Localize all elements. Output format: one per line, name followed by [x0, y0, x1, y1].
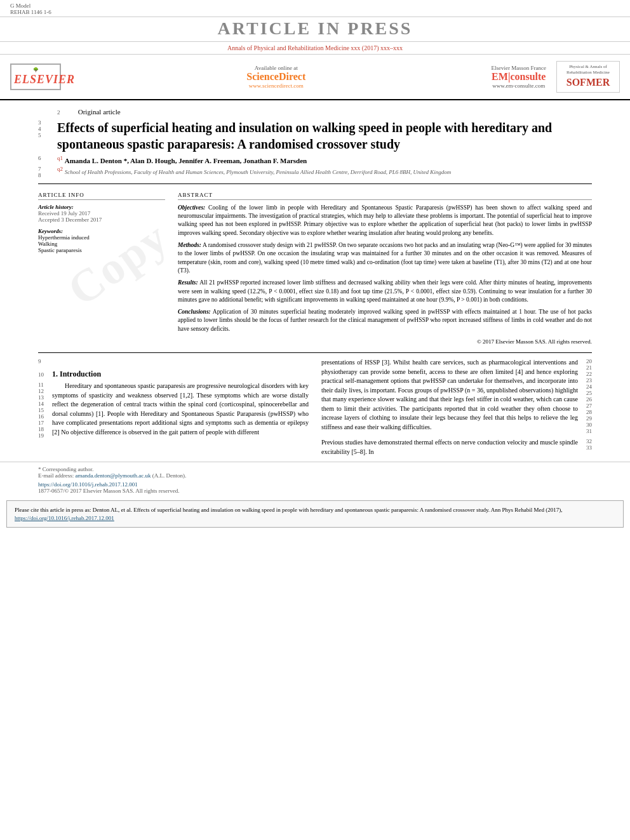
q1-label: q1 [57, 155, 63, 161]
article-info-col: ARTICLE INFO Article history: Received 1… [38, 192, 165, 345]
citation-text: Please cite this article in press as: De… [15, 507, 563, 513]
footnote-section: * Corresponding author. E-mail address: … [0, 462, 630, 495]
intro-para1: Hereditary and spontaneous spastic parap… [52, 382, 309, 437]
received-date: Received 19 July 2017 [38, 210, 165, 217]
sofmer-logo-box: Physical & Annals of Rehabilitation Medi… [556, 61, 620, 93]
g-model-label: G Model [10, 3, 30, 9]
body-section: 9 10 1. Introduction 11 12 13 14 15 16 1… [0, 356, 630, 462]
elsevier-logo: 🌳 ELSEVIER [10, 63, 61, 90]
accepted-date: Accepted 3 December 2017 [38, 217, 165, 223]
top-meta: G Model REHAB 1146 1-6 [0, 0, 630, 17]
article-info-header: ARTICLE INFO [38, 192, 165, 200]
doi-link[interactable]: https://doi.org/10.1016/j.rehab.2017.12.… [38, 481, 138, 488]
intro-title: 1. Introduction [52, 370, 101, 379]
abstract-methods: Methods: A randomised crossover study de… [178, 241, 592, 275]
footnote-email-line: E-mail address: amanda.denton@plymouth.a… [38, 472, 592, 479]
citation-box: Please cite this article in press as: De… [6, 500, 624, 528]
line-num-10: 10 [38, 371, 50, 378]
body-left-col: 9 10 1. Introduction 11 12 13 14 15 16 1… [38, 358, 309, 459]
issn-line: 1877-0657/© 2017 Elsevier Masson SAS. Al… [38, 488, 592, 494]
article-in-press-banner: ARTICLE IN PRESS [0, 17, 630, 42]
article-type: Original article [78, 108, 121, 116]
two-col-info-abstract: Copy ARTICLE INFO Article history: Recei… [0, 187, 630, 350]
body-right-col: presentations of HSSP [3]. Whilst health… [321, 358, 592, 459]
footnote-email-link[interactable]: amanda.denton@plymouth.ac.uk [75, 472, 151, 479]
keyword-3: Spastic paraparesis [38, 247, 165, 253]
rehab-label: REHAB 1146 1-6 [10, 9, 51, 15]
divider-after-header [38, 183, 592, 184]
email-suffix: (A.L. Denton). [152, 472, 187, 479]
footnote-corresponding: * Corresponding author. [38, 466, 592, 472]
intro-para3: Previous studies have demonstrated therm… [321, 438, 578, 457]
authors: Amanda L. Denton *, Alan D. Hough, Jenni… [65, 157, 307, 164]
intro-para2: presentations of HSSP [3]. Whilst health… [321, 358, 578, 432]
abstract-results: Results: All 21 pwHSSP reported increase… [178, 279, 592, 304]
divider-before-body [38, 352, 592, 353]
affiliation: School of Health Professions, Faculty of… [65, 169, 452, 175]
keyword-1: Hyperthermia induced [38, 234, 165, 241]
article-header: 2 Original article 3 4 5 Effects of supe… [0, 100, 630, 181]
line-num-2: 2 [57, 109, 76, 116]
line-num-9: 9 [38, 358, 50, 364]
abstract-objectives: Objectives: Cooling of the lower limb in… [178, 204, 592, 237]
journal-name-bar: Annals of Physical and Rehabilitation Me… [0, 42, 630, 55]
history-label: Article history: [38, 204, 165, 210]
article-title: Effects of superficial heating and insul… [57, 119, 592, 152]
publisher-header: 🌳 ELSEVIER Available online at ScienceDi… [0, 55, 630, 100]
publisher-masson: Elsevier Masson France EM|consulte www.e… [492, 65, 546, 89]
email-label: E-mail address: [38, 472, 74, 479]
copyright-line: © 2017 Elsevier Masson SAS. All rights r… [178, 338, 592, 345]
keywords-label: Keywords: [38, 228, 165, 234]
abstract-header: ABSTRACT [178, 192, 592, 200]
abstract-col: ABSTRACT Objectives: Cooling of the lowe… [178, 192, 592, 345]
publisher-center: Available online at ScienceDirect www.sc… [71, 65, 481, 89]
abstract-conclusions: Conclusions: Application of 30 minutes s… [178, 308, 592, 333]
q2-label: q2 [57, 166, 63, 172]
citation-doi-link[interactable]: https://doi.org/10.1016/j.rehab.2017.12.… [15, 515, 114, 521]
keyword-2: Walking [38, 241, 165, 247]
